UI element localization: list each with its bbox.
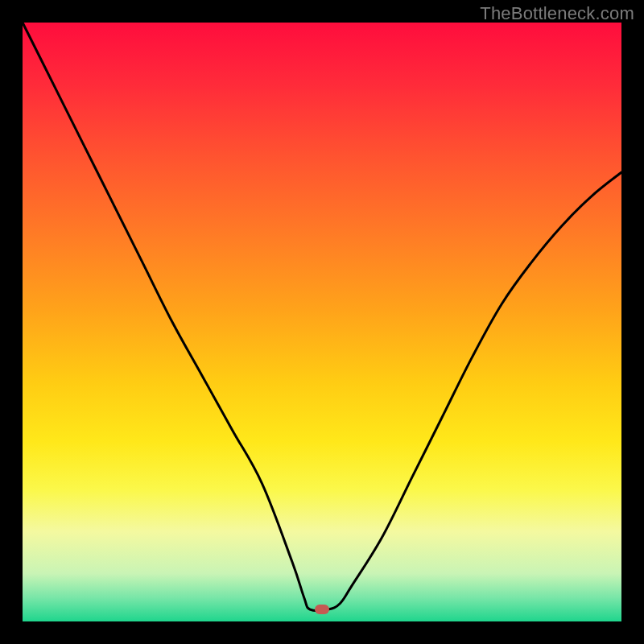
- watermark-text: TheBottleneck.com: [480, 3, 634, 24]
- chart-frame: TheBottleneck.com: [0, 0, 644, 644]
- optimum-marker: [315, 605, 329, 614]
- bottleneck-curve: [23, 23, 621, 621]
- plot-area: [23, 23, 621, 621]
